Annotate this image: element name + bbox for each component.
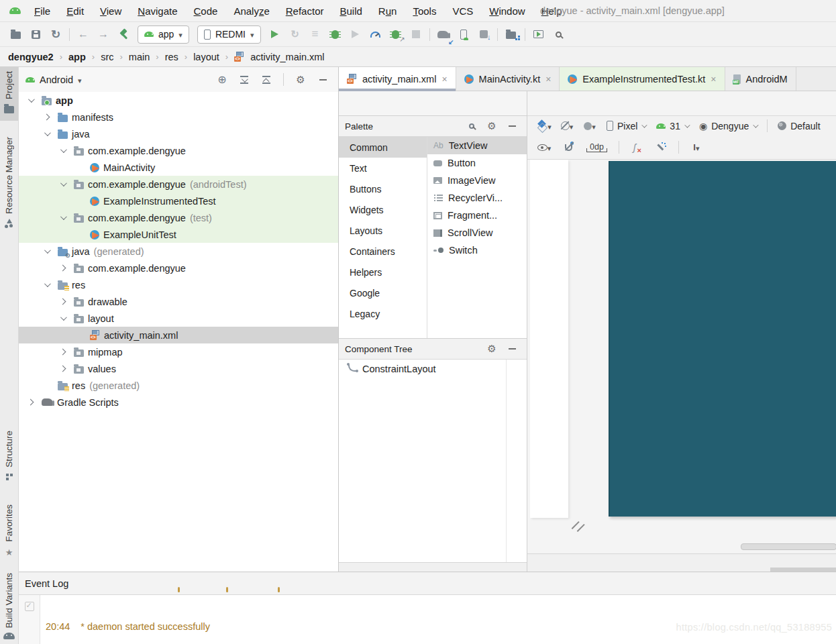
chevron-right-icon[interactable]: [59, 349, 66, 356]
chevron-down-icon[interactable]: [28, 96, 34, 103]
chevron-right-icon[interactable]: [59, 299, 66, 305]
tree-item-res-generated[interactable]: res(generated): [19, 377, 338, 394]
checkbox-icon[interactable]: [25, 602, 34, 611]
widget-fragment[interactable]: Fragment...: [427, 207, 527, 224]
tree-item-mainactivity[interactable]: MainActivity: [19, 159, 338, 176]
tool-window-project[interactable]: Project: [0, 67, 18, 121]
menu-window[interactable]: Window: [481, 5, 533, 17]
tree-item-mipmap[interactable]: mipmap: [19, 343, 338, 360]
widget-recyclerview[interactable]: RecyclerVi...: [427, 189, 527, 207]
chevron-right-icon[interactable]: [59, 265, 66, 272]
chevron-down-icon[interactable]: [60, 180, 66, 186]
category-legacy[interactable]: Legacy: [339, 303, 427, 324]
debug-button[interactable]: [325, 25, 346, 44]
locale-dropdown[interactable]: Default: [774, 121, 824, 131]
back-button[interactable]: [73, 25, 93, 44]
menu-view[interactable]: View: [92, 5, 129, 17]
event-log-header[interactable]: Event Log: [19, 572, 836, 595]
tree-item-package-generated[interactable]: com.example.dengyue: [19, 260, 338, 276]
chevron-right-icon[interactable]: [43, 114, 50, 121]
menu-vcs[interactable]: VCS: [444, 5, 481, 17]
attach-debugger-button[interactable]: ↗: [386, 25, 406, 44]
widget-imageview[interactable]: ImageView: [427, 172, 527, 189]
category-google[interactable]: Google: [339, 282, 427, 303]
resize-handle[interactable]: [570, 519, 586, 535]
palette-search-button[interactable]: [463, 118, 480, 134]
run-coverage-button[interactable]: [346, 25, 366, 44]
menu-tools[interactable]: Tools: [405, 5, 444, 17]
build-project-button[interactable]: [113, 25, 134, 44]
tree-item-activity-main-xml[interactable]: activity_main.xml: [19, 327, 338, 343]
tool-window-build-variants[interactable]: Build Variants: [0, 569, 18, 644]
component-constraintlayout[interactable]: ConstraintLayout: [339, 360, 527, 378]
chevron-right-icon[interactable]: [59, 366, 66, 372]
night-mode-button[interactable]: [580, 117, 600, 136]
infer-constraints-button[interactable]: [651, 138, 671, 157]
widget-button[interactable]: Button: [427, 154, 527, 172]
sdk-manager-button[interactable]: [474, 25, 494, 44]
breadcrumb-src[interactable]: src: [101, 52, 113, 62]
device-preview-canvas[interactable]: [609, 161, 836, 517]
close-icon[interactable]: [441, 74, 447, 85]
chevron-down-icon[interactable]: [60, 213, 66, 220]
menu-run[interactable]: Run: [370, 5, 405, 17]
tab-activity-main-xml[interactable]: activity_main.xml: [339, 67, 456, 91]
category-containers[interactable]: Containers: [339, 241, 427, 262]
select-opened-file-button[interactable]: [213, 72, 231, 88]
component-tree-hide-button[interactable]: [503, 341, 521, 357]
forward-button[interactable]: [93, 25, 113, 44]
category-widgets[interactable]: Widgets: [339, 199, 427, 220]
menu-edit[interactable]: Edit: [58, 5, 92, 17]
device-selector[interactable]: REDMI: [197, 25, 261, 44]
horizontal-scrollbar[interactable]: [741, 543, 836, 550]
tree-item-exampleinstrumentedtest[interactable]: ExampleInstrumentedTest: [19, 193, 338, 209]
collapse-all-button[interactable]: [258, 72, 275, 88]
palette-hide-button[interactable]: [503, 118, 521, 134]
menu-analyze[interactable]: Analyze: [225, 5, 277, 17]
tree-item-res[interactable]: res: [19, 276, 338, 293]
default-margin-selector[interactable]: 0dp: [586, 142, 607, 152]
gradle-sync-button[interactable]: ↙: [433, 25, 454, 44]
menu-code[interactable]: Code: [186, 5, 226, 17]
close-icon[interactable]: [545, 74, 551, 85]
tab-mainactivity-kt[interactable]: MainActivity.kt: [456, 67, 560, 91]
tree-item-manifests[interactable]: manifests: [19, 109, 338, 125]
view-options-button[interactable]: [534, 138, 554, 157]
expand-all-button[interactable]: [236, 72, 253, 88]
palette-settings-button[interactable]: [483, 118, 501, 134]
breadcrumb-res[interactable]: res: [165, 52, 178, 62]
tree-item-java[interactable]: java: [19, 125, 338, 142]
open-file-button[interactable]: [5, 25, 25, 44]
category-text[interactable]: Text: [339, 158, 427, 178]
widget-textview[interactable]: AbTextView: [427, 137, 527, 154]
close-icon[interactable]: [711, 74, 716, 85]
tool-window-resource-manager[interactable]: Resource Manager: [0, 133, 18, 237]
category-layouts[interactable]: Layouts: [339, 220, 427, 241]
apply-changes-button[interactable]: ↻: [285, 25, 305, 44]
widget-scrollview[interactable]: ScrollView: [427, 224, 527, 241]
project-view-selector[interactable]: Android: [40, 74, 73, 85]
tool-window-favorites[interactable]: Favorites: [0, 500, 18, 564]
category-common[interactable]: Common: [339, 137, 427, 158]
chevron-down-icon[interactable]: [60, 314, 66, 321]
sync-button[interactable]: [46, 25, 66, 44]
chevron-down-icon[interactable]: [44, 247, 50, 254]
category-helpers[interactable]: Helpers: [339, 262, 427, 282]
chevron-down-icon[interactable]: [60, 146, 66, 153]
widget-switch[interactable]: Switch: [427, 241, 527, 259]
menu-navigate[interactable]: Navigate: [129, 5, 185, 17]
breadcrumb-layout[interactable]: layout: [193, 52, 219, 62]
tree-item-values[interactable]: values: [19, 360, 338, 377]
chevron-down-icon[interactable]: [44, 280, 50, 287]
menu-build[interactable]: Build: [331, 5, 370, 17]
run-button[interactable]: [265, 25, 285, 44]
orientation-button[interactable]: [557, 117, 577, 136]
breadcrumb-project[interactable]: dengyue2: [8, 52, 54, 62]
tree-item-drawable[interactable]: drawable: [19, 293, 338, 310]
tree-item-app[interactable]: app: [19, 92, 338, 109]
project-settings-button[interactable]: [292, 72, 309, 88]
tree-item-package[interactable]: com.example.dengyue: [19, 142, 338, 159]
design-mode-button[interactable]: [534, 117, 554, 136]
hide-panel-button[interactable]: [314, 72, 331, 88]
profiler-button[interactable]: [366, 25, 386, 44]
